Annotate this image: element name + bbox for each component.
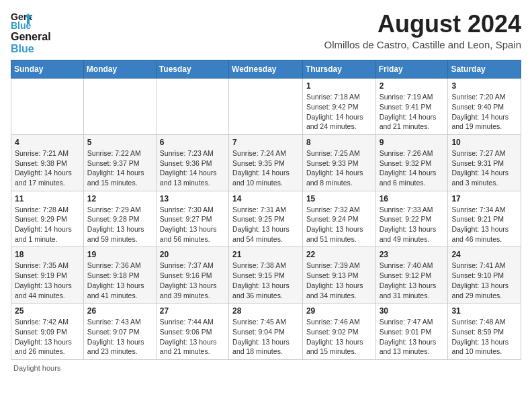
column-header-sunday: Sunday (11, 60, 84, 79)
day-info: Sunrise: 7:31 AM Sunset: 9:25 PM Dayligh… (232, 205, 299, 244)
day-number: 15 (306, 194, 372, 203)
calendar-cell: 2Sunrise: 7:19 AM Sunset: 9:41 PM Daylig… (375, 79, 448, 135)
calendar-cell: 27Sunrise: 7:44 AM Sunset: 9:06 PM Dayli… (156, 304, 228, 360)
day-info: Sunrise: 7:38 AM Sunset: 9:15 PM Dayligh… (232, 261, 299, 300)
week-row-4: 18Sunrise: 7:35 AM Sunset: 9:19 PM Dayli… (11, 247, 521, 304)
day-info: Sunrise: 7:44 AM Sunset: 9:06 PM Dayligh… (160, 317, 225, 357)
calendar-table: SundayMondayTuesdayWednesdayThursdayFrid… (11, 60, 521, 360)
calendar-cell: 21Sunrise: 7:38 AM Sunset: 9:15 PM Dayli… (229, 247, 303, 304)
logo-blue-text: Blue (11, 43, 51, 55)
day-info: Sunrise: 7:26 AM Sunset: 9:32 PM Dayligh… (380, 148, 445, 188)
calendar-cell (83, 79, 156, 135)
calendar-cell: 1Sunrise: 7:18 AM Sunset: 9:42 PM Daylig… (302, 79, 375, 135)
day-number: 12 (87, 194, 152, 203)
column-header-friday: Friday (375, 60, 448, 79)
day-number: 10 (451, 138, 517, 147)
day-info: Sunrise: 7:42 AM Sunset: 9:09 PM Dayligh… (15, 317, 80, 357)
calendar-cell: 24Sunrise: 7:41 AM Sunset: 9:10 PM Dayli… (448, 247, 521, 304)
calendar-cell: 7Sunrise: 7:24 AM Sunset: 9:35 PM Daylig… (229, 134, 303, 191)
day-number: 24 (451, 250, 517, 259)
calendar-cell: 13Sunrise: 7:30 AM Sunset: 9:27 PM Dayli… (156, 191, 228, 247)
day-number: 25 (15, 306, 80, 316)
week-row-2: 4Sunrise: 7:21 AM Sunset: 9:38 PM Daylig… (11, 134, 521, 191)
calendar-header-row: SundayMondayTuesdayWednesdayThursdayFrid… (11, 60, 521, 79)
calendar-cell: 26Sunrise: 7:43 AM Sunset: 9:07 PM Dayli… (83, 304, 156, 360)
calendar-cell: 31Sunrise: 7:48 AM Sunset: 8:59 PM Dayli… (448, 304, 521, 360)
week-row-1: 1Sunrise: 7:18 AM Sunset: 9:42 PM Daylig… (11, 79, 521, 135)
calendar-cell: 15Sunrise: 7:32 AM Sunset: 9:24 PM Dayli… (302, 191, 375, 247)
day-info: Sunrise: 7:18 AM Sunset: 9:42 PM Dayligh… (306, 92, 372, 132)
month-title: August 2024 (324, 11, 521, 38)
calendar-cell: 6Sunrise: 7:23 AM Sunset: 9:36 PM Daylig… (156, 134, 228, 191)
column-header-wednesday: Wednesday (229, 60, 303, 79)
calendar-cell: 20Sunrise: 7:37 AM Sunset: 9:16 PM Dayli… (156, 247, 228, 304)
calendar-cell: 28Sunrise: 7:45 AM Sunset: 9:04 PM Dayli… (229, 304, 303, 360)
day-number: 8 (306, 138, 372, 147)
day-number: 11 (15, 194, 80, 203)
calendar-cell: 14Sunrise: 7:31 AM Sunset: 9:25 PM Dayli… (229, 191, 303, 247)
day-number: 26 (87, 306, 152, 316)
day-info: Sunrise: 7:46 AM Sunset: 9:02 PM Dayligh… (306, 317, 372, 357)
day-info: Sunrise: 7:28 AM Sunset: 9:29 PM Dayligh… (15, 205, 80, 244)
day-number: 6 (160, 138, 225, 147)
calendar-cell (156, 79, 228, 135)
calendar-cell: 3Sunrise: 7:20 AM Sunset: 9:40 PM Daylig… (448, 79, 521, 135)
day-info: Sunrise: 7:25 AM Sunset: 9:33 PM Dayligh… (306, 148, 372, 188)
calendar-cell: 9Sunrise: 7:26 AM Sunset: 9:32 PM Daylig… (375, 134, 448, 191)
day-number: 17 (451, 194, 517, 203)
calendar-title-area: August 2024 Olmillos de Castro, Castille… (324, 11, 521, 50)
calendar-cell: 30Sunrise: 7:47 AM Sunset: 9:01 PM Dayli… (375, 304, 448, 360)
day-number: 21 (232, 250, 299, 259)
day-info: Sunrise: 7:34 AM Sunset: 9:21 PM Dayligh… (451, 205, 517, 244)
calendar-cell: 18Sunrise: 7:35 AM Sunset: 9:19 PM Dayli… (11, 247, 84, 304)
column-header-tuesday: Tuesday (156, 60, 228, 79)
calendar-cell: 16Sunrise: 7:33 AM Sunset: 9:22 PM Dayli… (375, 191, 448, 247)
calendar-cell: 22Sunrise: 7:39 AM Sunset: 9:13 PM Dayli… (302, 247, 375, 304)
day-number: 2 (380, 81, 445, 91)
day-number: 16 (380, 194, 445, 203)
calendar-cell: 5Sunrise: 7:22 AM Sunset: 9:37 PM Daylig… (83, 134, 156, 191)
column-header-saturday: Saturday (448, 60, 521, 79)
day-number: 20 (160, 250, 225, 259)
day-info: Sunrise: 7:43 AM Sunset: 9:07 PM Dayligh… (87, 317, 152, 357)
day-info: Sunrise: 7:41 AM Sunset: 9:10 PM Dayligh… (451, 261, 517, 300)
week-row-5: 25Sunrise: 7:42 AM Sunset: 9:09 PM Dayli… (11, 304, 521, 360)
column-header-thursday: Thursday (302, 60, 375, 79)
day-info: Sunrise: 7:20 AM Sunset: 9:40 PM Dayligh… (451, 92, 517, 132)
day-number: 27 (160, 306, 225, 316)
day-number: 3 (451, 81, 517, 91)
day-number: 7 (232, 138, 299, 147)
day-number: 1 (306, 81, 372, 91)
calendar-cell: 23Sunrise: 7:40 AM Sunset: 9:12 PM Dayli… (375, 247, 448, 304)
logo-icon: General Blue (11, 11, 32, 30)
calendar-cell: 11Sunrise: 7:28 AM Sunset: 9:29 PM Dayli… (11, 191, 84, 247)
calendar-cell: 10Sunrise: 7:27 AM Sunset: 9:31 PM Dayli… (448, 134, 521, 191)
day-number: 28 (232, 306, 299, 316)
day-number: 23 (380, 250, 445, 259)
day-info: Sunrise: 7:37 AM Sunset: 9:16 PM Dayligh… (160, 261, 225, 300)
calendar-cell: 8Sunrise: 7:25 AM Sunset: 9:33 PM Daylig… (302, 134, 375, 191)
column-header-monday: Monday (83, 60, 156, 79)
calendar-cell: 12Sunrise: 7:29 AM Sunset: 9:28 PM Dayli… (83, 191, 156, 247)
day-info: Sunrise: 7:29 AM Sunset: 9:28 PM Dayligh… (87, 205, 152, 244)
day-number: 19 (87, 250, 152, 259)
day-number: 22 (306, 250, 372, 259)
day-number: 31 (451, 306, 517, 316)
week-row-3: 11Sunrise: 7:28 AM Sunset: 9:29 PM Dayli… (11, 191, 521, 247)
logo-general-text: General (11, 31, 51, 43)
location-title: Olmillos de Castro, Castille and Leon, S… (324, 39, 521, 50)
day-info: Sunrise: 7:32 AM Sunset: 9:24 PM Dayligh… (306, 205, 372, 244)
day-info: Sunrise: 7:35 AM Sunset: 9:19 PM Dayligh… (15, 261, 80, 300)
day-info: Sunrise: 7:30 AM Sunset: 9:27 PM Dayligh… (160, 205, 225, 244)
day-info: Sunrise: 7:48 AM Sunset: 8:59 PM Dayligh… (451, 317, 517, 357)
day-number: 30 (380, 306, 445, 316)
calendar-cell: 17Sunrise: 7:34 AM Sunset: 9:21 PM Dayli… (448, 191, 521, 247)
calendar-cell: 25Sunrise: 7:42 AM Sunset: 9:09 PM Dayli… (11, 304, 84, 360)
day-info: Sunrise: 7:47 AM Sunset: 9:01 PM Dayligh… (380, 317, 445, 357)
day-info: Sunrise: 7:22 AM Sunset: 9:37 PM Dayligh… (87, 148, 152, 188)
calendar-cell (11, 79, 84, 135)
day-number: 18 (15, 250, 80, 259)
footer-note: Daylight hours (11, 364, 521, 372)
day-number: 13 (160, 194, 225, 203)
day-number: 4 (15, 138, 80, 147)
